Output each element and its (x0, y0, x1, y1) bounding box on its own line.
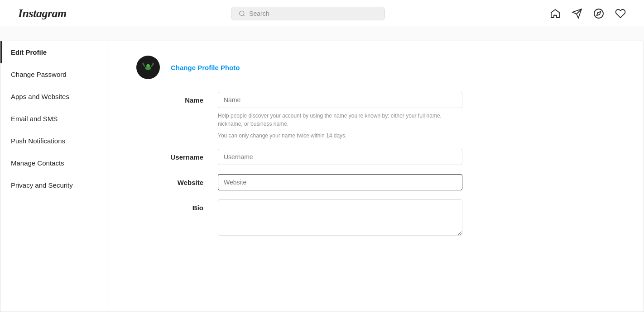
bio-label: Bio (136, 199, 218, 212)
sidebar-item-edit-profile[interactable]: Edit Profile (0, 41, 109, 63)
sidebar-item-apps-and-websites[interactable]: Apps and Websites (0, 85, 109, 108)
sidebar: Edit Profile Change Password Apps and We… (0, 41, 109, 312)
sidebar-label-edit-profile: Edit Profile (11, 48, 47, 56)
search-bar[interactable] (231, 7, 385, 20)
sidebar-label-push-notifications: Push Notifications (11, 137, 65, 145)
navbar: Instagram (0, 0, 644, 27)
svg-line-1 (244, 14, 245, 16)
sidebar-item-change-password[interactable]: Change Password (0, 63, 109, 85)
navbar-icons (550, 8, 626, 19)
activity-icon[interactable] (615, 8, 626, 19)
website-form-row: Website (136, 174, 616, 190)
search-input[interactable] (249, 10, 377, 17)
bio-field-wrap (218, 199, 462, 237)
website-input[interactable] (218, 174, 462, 190)
website-label: Website (136, 174, 218, 186)
change-photo-link[interactable]: Change Profile Photo (171, 64, 240, 71)
username-form-row: Username (136, 149, 616, 165)
website-field-wrap (218, 174, 462, 190)
name-input[interactable] (218, 92, 462, 108)
sidebar-label-privacy-and-security: Privacy and Security (11, 181, 73, 189)
sidebar-item-manage-contacts[interactable]: Manage Contacts (0, 152, 109, 174)
home-icon[interactable] (550, 8, 561, 19)
name-label: Name (136, 92, 218, 104)
svg-point-4 (594, 9, 603, 18)
sidebar-label-manage-contacts: Manage Contacts (11, 159, 64, 167)
bio-textarea[interactable] (218, 199, 462, 236)
sidebar-label-change-password: Change Password (11, 71, 67, 78)
svg-point-0 (240, 11, 244, 15)
name-help-line-2: You can only change your name twice with… (218, 132, 462, 140)
profile-photo-row: Change Profile Photo (136, 56, 616, 79)
sidebar-item-push-notifications[interactable]: Push Notifications (0, 130, 109, 152)
search-icon (239, 10, 245, 17)
direct-icon[interactable] (572, 8, 582, 19)
sidebar-label-apps-and-websites: Apps and Websites (11, 93, 69, 100)
name-help-line-1: Help people discover your account by usi… (218, 112, 462, 128)
name-field-wrap: Help people discover your account by usi… (218, 92, 462, 140)
main-content: Change Profile Photo Name Help people di… (109, 41, 644, 312)
bio-form-row: Bio (136, 199, 616, 237)
sidebar-label-email-and-sms: Email and SMS (11, 115, 58, 123)
instagram-logo: Instagram (18, 7, 67, 20)
sidebar-item-email-and-sms[interactable]: Email and SMS (0, 108, 109, 130)
sidebar-item-privacy-and-security[interactable]: Privacy and Security (0, 174, 109, 196)
explore-icon[interactable] (593, 8, 604, 19)
page-container: Edit Profile Change Password Apps and We… (0, 41, 644, 312)
svg-marker-5 (597, 11, 601, 15)
avatar (136, 56, 160, 79)
username-label: Username (136, 149, 218, 161)
username-input[interactable] (218, 149, 462, 165)
avatar-image (140, 59, 156, 76)
name-form-row: Name Help people discover your account b… (136, 92, 616, 140)
username-field-wrap (218, 149, 462, 165)
